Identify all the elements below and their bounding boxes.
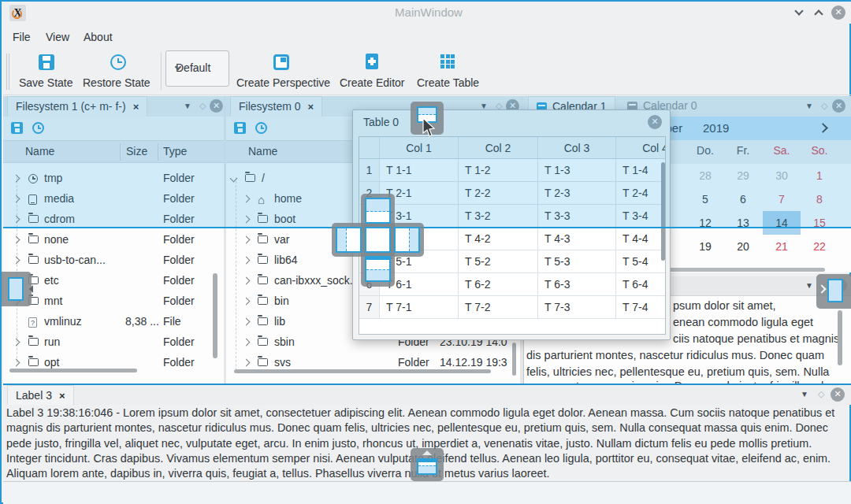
calendar-day[interactable]: 22 xyxy=(801,235,838,258)
calendar-year-label[interactable]: 2019 xyxy=(703,121,729,135)
dock-area-right-icon[interactable] xyxy=(394,227,420,253)
calendar-day[interactable]: 5 xyxy=(686,187,724,211)
table-cell[interactable]: T 7-2 xyxy=(459,296,538,319)
table-cell[interactable]: T 1-4 xyxy=(616,159,666,182)
vertical-scrollbar[interactable] xyxy=(661,162,665,261)
restore-icon[interactable] xyxy=(32,122,44,134)
column-header-name[interactable]: Name xyxy=(248,145,277,158)
dock-close-icon[interactable]: ✕ xyxy=(832,99,845,113)
table-row[interactable]: cdromFolder xyxy=(3,209,224,230)
create-perspective-icon[interactable] xyxy=(273,54,289,70)
table-cell[interactable]: T 7-4 xyxy=(616,296,666,319)
expander-icon[interactable] xyxy=(243,257,251,265)
table-cell[interactable]: T 1-2 xyxy=(459,159,538,182)
restore-state-button[interactable]: Restore State xyxy=(83,76,151,89)
tab-filesystem0[interactable]: Filesystem 0× xyxy=(230,96,322,117)
table-cell[interactable]: T 5-3 xyxy=(538,250,616,273)
create-perspective-button[interactable]: Create Perspective xyxy=(236,76,330,89)
column-header-name[interactable]: Name xyxy=(25,145,54,158)
table-row[interactable]: usb-to-can...Folder xyxy=(3,250,224,271)
calendar-day[interactable]: 6 xyxy=(724,187,762,211)
dock-menu-icon[interactable]: ▼ xyxy=(805,102,813,110)
expander-icon[interactable] xyxy=(243,359,251,367)
calendar-day[interactable]: 15 xyxy=(801,211,838,235)
table-cell[interactable]: T 1-1 xyxy=(380,159,459,182)
expander-icon[interactable] xyxy=(243,236,251,244)
table-column-header[interactable]: Col 3 xyxy=(538,137,616,159)
table-row[interactable]: mediaFolder xyxy=(3,189,224,209)
dock-menu-icon[interactable]: ▼ xyxy=(801,390,808,398)
table-cell[interactable]: T 2-3 xyxy=(538,182,616,205)
dock-close-icon[interactable]: ✕ xyxy=(210,99,223,113)
window-titlebar[interactable]: X MainWindow ✕ xyxy=(3,2,851,24)
vertical-scrollbar[interactable] xyxy=(213,273,217,358)
table-cell[interactable]: T 2-4 xyxy=(616,182,666,205)
table-cell[interactable]: T 1-3 xyxy=(538,159,616,182)
dock-area-top-icon[interactable] xyxy=(365,198,391,224)
calendar-day[interactable]: 30 xyxy=(763,164,801,187)
expander-icon[interactable] xyxy=(243,216,251,224)
table-cell[interactable]: T 4-2 xyxy=(459,228,538,250)
save-icon[interactable] xyxy=(234,122,246,134)
calendar-day[interactable]: 12 xyxy=(686,211,724,235)
table-column-header[interactable]: Col 2 xyxy=(459,137,538,159)
dock-menu-icon[interactable]: ▼ xyxy=(184,102,191,110)
row-number[interactable]: 7 xyxy=(359,296,380,319)
table-cell[interactable]: T 5-4 xyxy=(616,250,666,273)
calendar-day[interactable]: 20 xyxy=(724,235,762,258)
expander-icon[interactable] xyxy=(13,339,20,346)
calendar-day[interactable]: 8 xyxy=(801,187,838,211)
vertical-scrollbar[interactable] xyxy=(838,310,842,365)
calendar-day[interactable]: 19 xyxy=(686,235,724,258)
create-table-button[interactable]: Create Table xyxy=(417,76,479,89)
close-window-button[interactable]: ✕ xyxy=(831,6,845,20)
table-row[interactable]: mntFolder xyxy=(3,291,224,312)
table-cell[interactable]: T 5-2 xyxy=(459,250,538,273)
tab-close-icon[interactable]: × xyxy=(59,390,65,402)
expander-icon[interactable] xyxy=(13,175,20,183)
calendar-day[interactable]: 21 xyxy=(763,235,801,258)
expander-icon[interactable] xyxy=(243,298,251,306)
table-column-header[interactable]: Col 1 xyxy=(380,137,459,159)
save-icon[interactable] xyxy=(11,122,23,134)
table-cell[interactable]: T 7-3 xyxy=(538,296,616,319)
calendar-day[interactable]: 29 xyxy=(724,164,762,187)
row-number[interactable]: 1 xyxy=(359,159,380,182)
menu-file[interactable]: File xyxy=(13,31,31,43)
dock-float-icon[interactable]: ◇ xyxy=(818,389,824,399)
dock-float-icon[interactable]: ◇ xyxy=(821,101,827,111)
expander-icon[interactable] xyxy=(13,257,20,265)
table-row[interactable]: runFolder xyxy=(3,332,224,353)
floating-window-titlebar[interactable]: Table 0 ✕ xyxy=(353,110,670,134)
dock-area-bottom-icon[interactable] xyxy=(365,256,391,282)
table-cell[interactable]: T 7-1 xyxy=(380,296,459,319)
table-row[interactable]: ?vmlinuz8,38 ...File xyxy=(3,312,224,332)
vertical-scrollbar[interactable] xyxy=(512,343,516,376)
calendar-day[interactable]: 7 xyxy=(763,187,801,211)
save-state-icon[interactable] xyxy=(39,54,54,70)
menu-about[interactable]: About xyxy=(84,31,113,43)
save-state-button[interactable]: Save State xyxy=(19,76,73,89)
restore-state-icon[interactable] xyxy=(110,54,126,70)
expander-icon[interactable] xyxy=(13,359,20,367)
filesystem1-tree[interactable]: tmpFoldermediaFoldercdromFoldernoneFolde… xyxy=(3,163,224,384)
tab-filesystem1[interactable]: Filesystem 1 (c+ m- f-)× xyxy=(7,96,147,117)
expander-icon[interactable] xyxy=(13,236,20,244)
table-cell[interactable]: T 6-3 xyxy=(538,273,616,296)
menu-view[interactable]: View xyxy=(46,31,69,43)
table-cell[interactable]: T 4-3 xyxy=(538,228,616,250)
column-header-size[interactable]: Size xyxy=(126,145,147,158)
calendar-day[interactable]: 1 xyxy=(801,164,838,187)
expander-icon[interactable] xyxy=(243,195,251,203)
table-cell[interactable]: T 3-4 xyxy=(616,205,666,228)
create-table-icon[interactable] xyxy=(440,54,456,70)
dock-close-icon[interactable]: ✕ xyxy=(831,387,845,402)
expander-icon[interactable] xyxy=(13,216,20,224)
next-month-icon[interactable] xyxy=(818,123,828,133)
toolbar-handle[interactable] xyxy=(6,54,9,90)
expander-icon[interactable] xyxy=(243,339,251,346)
dock-area-left-icon[interactable] xyxy=(336,227,362,253)
table-row[interactable]: tmpFolder xyxy=(3,169,224,189)
tab-close-icon[interactable]: × xyxy=(308,101,314,113)
table-cell[interactable]: T 4-4 xyxy=(616,228,666,250)
